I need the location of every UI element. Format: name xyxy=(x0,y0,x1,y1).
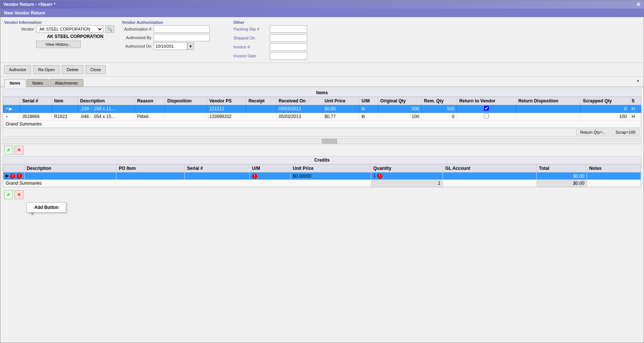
receipt-cell xyxy=(246,113,276,121)
credits-table-row[interactable]: ▶ ! ! ! $0.00000 1 ! xyxy=(3,172,641,180)
other-title: Other xyxy=(233,20,308,25)
expand-icon[interactable]: + xyxy=(6,106,8,111)
table-row[interactable]: + ▶ 3529207 R1444 .239 - .269 x 11... 12… xyxy=(3,105,641,113)
serial-cell: 3528866 xyxy=(20,113,52,121)
delete-button[interactable]: Delete xyxy=(62,65,83,74)
items-cancel-button[interactable]: ✕ xyxy=(15,146,23,155)
error-icon-2: ! xyxy=(17,174,22,179)
cr-col-unit-price[interactable]: Unit Price xyxy=(290,165,371,172)
cr-col-gl-account[interactable]: GL Account xyxy=(443,165,537,172)
view-history-button[interactable]: View History... xyxy=(36,41,81,48)
received-on-cell: 09/03/2013 xyxy=(276,105,322,113)
authorized-on-input[interactable] xyxy=(154,42,187,50)
row-arrow-icon: ▶ xyxy=(6,173,9,178)
col-um[interactable]: U/M xyxy=(359,97,378,105)
col-rem-qty[interactable]: Rem. Qty xyxy=(422,97,457,105)
row-arrow-icon: ▶ xyxy=(9,106,12,111)
col-original-qty[interactable]: Original Qty xyxy=(378,97,422,105)
col-receipt[interactable]: Receipt xyxy=(246,97,276,105)
other-section: Other Packing Slip # Shipped On Invoice … xyxy=(233,20,308,60)
col-return-disposition[interactable]: Return Disposition xyxy=(516,97,580,105)
return-to-vendor-cell[interactable] xyxy=(457,105,516,113)
col-return-to-vendor[interactable]: Return to Vendor xyxy=(457,97,516,105)
x-icon-2: ✕ xyxy=(17,192,21,197)
form-section: Vendor Information Vendor AK STEEL CORPO… xyxy=(0,17,644,63)
add-button-tooltip-container: Add Button xyxy=(26,202,66,213)
um-error-icon: ! xyxy=(252,174,257,179)
serial-cell[interactable]: 3529207 xyxy=(20,105,52,113)
header-title: New Vendor Return xyxy=(4,10,45,16)
col-vendor-ps[interactable]: Vendor PS xyxy=(207,97,246,105)
return-to-vendor-checkbox[interactable] xyxy=(484,106,489,111)
add-button-tooltip: Add Button xyxy=(26,202,66,213)
credits-cancel-button[interactable]: ✕ xyxy=(15,190,23,199)
cr-col-total[interactable]: Total xyxy=(536,165,587,172)
horizontal-scrollbar-area[interactable] xyxy=(0,138,644,144)
credits-table: Description PO Item Serial # U/M Unit Pr… xyxy=(3,164,641,187)
col-unit-price[interactable]: Unit Price xyxy=(322,97,359,105)
scrapped-qty-cell: 0 xyxy=(580,105,629,113)
col-reason[interactable]: Reason xyxy=(135,97,165,105)
scrap-summary: Scrap=100 xyxy=(611,129,640,136)
cr-gl-account-cell xyxy=(443,172,537,180)
cr-summary-blank2 xyxy=(443,180,537,187)
cr-col-po-item[interactable]: PO Item xyxy=(117,165,185,172)
return-to-vendor-cell[interactable] xyxy=(457,113,516,121)
authorize-button[interactable]: Authorize xyxy=(4,65,31,74)
cr-summary-blank3 xyxy=(587,180,641,187)
tab-notes[interactable]: Notes xyxy=(27,79,49,87)
collapse-arrow-icon[interactable]: ▼ xyxy=(636,79,640,87)
credits-confirm-button[interactable]: ✓ xyxy=(4,190,13,199)
cr-col-notes[interactable]: Notes xyxy=(587,165,641,172)
col-scrapped-qty[interactable]: Scrapped Qty xyxy=(580,97,629,105)
col-description[interactable]: Description xyxy=(78,97,135,105)
col-s[interactable]: S xyxy=(629,97,641,105)
reason-cell: Pitted xyxy=(135,113,165,121)
cr-summary-quantity: 1 xyxy=(371,180,443,187)
authorized-on-dropdown[interactable]: ▼ xyxy=(187,42,194,50)
shipped-on-label: Shipped On xyxy=(233,36,267,40)
vendor-info-title: Vendor Information xyxy=(4,20,114,25)
credits-action-buttons: ✓ ✕ xyxy=(4,190,640,199)
cr-col-um[interactable]: U/M xyxy=(249,165,290,172)
packing-slip-input[interactable] xyxy=(270,25,307,33)
window-close-button[interactable]: ✕ xyxy=(636,1,641,7)
item-cell: R1622 xyxy=(52,113,78,121)
action-buttons-bar: Authorize Re-Open Delete Close xyxy=(0,63,644,77)
x-icon: ✕ xyxy=(17,147,21,153)
return-to-vendor-checkbox[interactable] xyxy=(484,114,489,118)
invoice-num-input[interactable] xyxy=(270,43,307,51)
reopen-button[interactable]: Re-Open xyxy=(33,65,60,74)
cr-col-description[interactable]: Description xyxy=(24,165,117,172)
cr-quantity-cell: 1 ! xyxy=(371,172,443,180)
check-icon-2: ✓ xyxy=(7,192,10,197)
vendor-ps-cell: 121212 xyxy=(207,105,246,113)
item-cell[interactable]: R1444 xyxy=(52,105,78,113)
authorized-by-input[interactable] xyxy=(154,34,210,41)
shipped-on-input[interactable] xyxy=(270,34,307,42)
col-received-on[interactable]: Received On xyxy=(276,97,322,105)
original-qty-cell: 500 xyxy=(378,105,422,113)
cr-expand-cell: ▶ ! ! xyxy=(3,172,25,180)
col-item[interactable]: Item xyxy=(52,97,78,105)
table-row[interactable]: + 3528866 R1622 .048 - .054 x 15... Pitt… xyxy=(3,113,641,121)
vendor-lookup-button[interactable]: 🔍 xyxy=(105,25,114,33)
unit-price-cell: $0.77 xyxy=(322,113,359,121)
col-serial[interactable]: Serial # xyxy=(20,97,52,105)
invoice-date-label: Invoice Date xyxy=(233,54,267,58)
tab-items[interactable]: Items xyxy=(4,79,26,87)
cr-col-quantity[interactable]: Quantity xyxy=(371,165,443,172)
vendor-select[interactable]: AK STEEL CORPORATION xyxy=(36,25,103,33)
close-button[interactable]: Close xyxy=(86,65,106,74)
horizontal-scrollbar[interactable] xyxy=(3,138,641,144)
scrollbar-thumb[interactable] xyxy=(322,139,337,144)
items-confirm-button[interactable]: ✓ xyxy=(4,146,13,155)
invoice-date-input[interactable] xyxy=(270,52,307,60)
tab-attachments[interactable]: Attachments xyxy=(50,79,83,87)
auth-number-input[interactable] xyxy=(154,25,210,33)
authorized-by-label: Authorized By xyxy=(122,35,152,40)
cr-summary-blank xyxy=(290,180,371,187)
cr-col-serial[interactable]: Serial # xyxy=(185,165,250,172)
items-table-scroll[interactable]: Serial # Item Description Reason Disposi… xyxy=(3,97,641,128)
col-disposition[interactable]: Disposition xyxy=(165,97,207,105)
